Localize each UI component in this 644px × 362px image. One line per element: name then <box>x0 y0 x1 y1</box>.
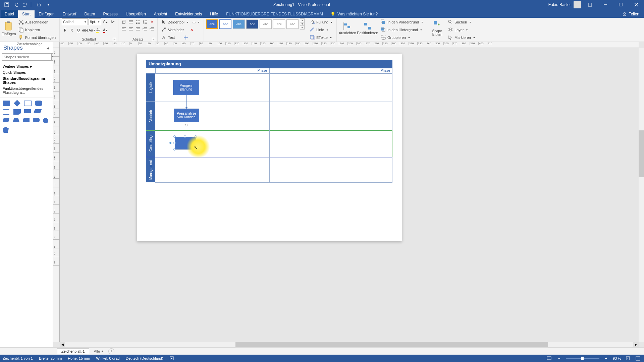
ruler-horizontal[interactable]: -80-70-60-50-40-30-20-100102030405060708… <box>60 42 639 48</box>
undo-icon[interactable] <box>12 1 20 9</box>
user-name[interactable]: Fabio Basler <box>548 2 571 7</box>
cut-button[interactable]: Ausschneiden <box>17 18 57 26</box>
shrink-font-button[interactable]: A▼ <box>109 18 116 25</box>
scrollbar-horizontal[interactable]: ◀ ▶ <box>60 342 639 347</box>
style-gallery-scroll[interactable]: ▲▼▾ <box>300 18 305 29</box>
scroll-h-thumb[interactable] <box>235 342 548 347</box>
tab-insert[interactable]: Einfügen <box>35 10 58 18</box>
presentation-mode-icon[interactable] <box>546 355 552 362</box>
bring-front-button[interactable]: In den Vordergrund▼ <box>379 18 425 26</box>
swimlane-title[interactable]: Umsatzplanung <box>146 60 392 68</box>
zoom-out-button[interactable]: − <box>556 355 562 362</box>
shape-card[interactable] <box>23 118 30 122</box>
lane-header-logistik[interactable]: Logistik <box>146 73 155 102</box>
phase-2-header[interactable]: Phase <box>269 68 392 73</box>
sel-handle-nw[interactable] <box>173 135 176 138</box>
align-center-button[interactable] <box>127 25 134 32</box>
indent-decrease-button[interactable] <box>142 25 148 32</box>
shape-manual-op[interactable] <box>13 118 19 122</box>
lane-body-management[interactable] <box>155 157 392 183</box>
cff-stencil[interactable]: Funktionsübergreifendes Flussdiagra... <box>3 85 50 96</box>
close-button[interactable] <box>630 0 643 9</box>
ribbon-options-icon[interactable] <box>584 0 596 9</box>
select-button[interactable]: Markieren▼ <box>446 34 477 41</box>
connector-tool-button[interactable]: Verbinder✕ <box>160 26 196 34</box>
text-tool-button[interactable]: AText <box>160 34 190 41</box>
status-language[interactable]: Deutsch (Deutschland) <box>126 356 163 360</box>
zoom-slider-thumb[interactable] <box>581 357 584 360</box>
sel-handle-w[interactable] <box>173 142 176 144</box>
shapes-collapse-icon[interactable]: ◀ <box>47 46 49 50</box>
font-dialog-launcher[interactable]: ↘ <box>113 38 116 41</box>
style-3[interactable]: Abc <box>233 19 245 29</box>
tab-view[interactable]: Ansicht <box>150 10 171 18</box>
share-button[interactable]: Teilen <box>618 10 644 18</box>
numbering-button[interactable]: 123 <box>142 18 148 25</box>
user-avatar[interactable] <box>574 1 581 8</box>
close-tool-icon[interactable]: ✕ <box>189 28 194 32</box>
shape-terminator[interactable] <box>35 101 42 106</box>
zoom-slider[interactable] <box>566 358 599 359</box>
strike-button[interactable]: abc <box>82 27 89 34</box>
drawing-page[interactable]: Umsatzplanung Phase Phase Logistik Vertr… <box>137 54 402 241</box>
sel-handle-sw[interactable] <box>173 148 176 150</box>
maximize-button[interactable] <box>614 0 627 9</box>
sel-handle-n[interactable] <box>184 135 186 138</box>
shape-new-selected[interactable] <box>175 137 196 149</box>
lane-header-vertrieb[interactable]: Vertrieb <box>146 102 155 130</box>
shape-decision[interactable] <box>14 100 20 107</box>
tab-process[interactable]: Prozess <box>99 10 121 18</box>
sel-handle-ne[interactable] <box>195 135 197 138</box>
shape-predefined[interactable] <box>3 109 10 115</box>
tab-design[interactable]: Entwurf <box>59 10 80 18</box>
save-icon[interactable] <box>3 1 11 9</box>
font-name-combo[interactable]: Calibri▼ <box>62 18 88 25</box>
grow-font-button[interactable]: A▲ <box>102 18 109 25</box>
lane-header-management[interactable]: Management <box>146 157 155 183</box>
tab-file[interactable]: Datei <box>1 10 18 18</box>
position-button[interactable]: Positionieren <box>358 18 378 39</box>
case-button[interactable]: Aa▼ <box>89 27 95 34</box>
line-button[interactable]: Linie▼ <box>308 26 334 34</box>
autoconnect-arrow-left[interactable]: ◀ <box>169 141 171 144</box>
paste-button[interactable]: Einfügen <box>2 18 15 39</box>
quick-shapes-item[interactable]: Quick-Shapes <box>3 69 50 75</box>
tab-contextual-crossfunctional[interactable]: FUNKTIONSÜBERGREIFENDES FLUSSDIAGRAMM <box>222 10 327 18</box>
underline-button[interactable]: U <box>75 27 82 34</box>
print-icon[interactable] <box>35 1 43 9</box>
scroll-v-thumb[interactable] <box>639 130 644 177</box>
add-sheet-button[interactable]: + <box>108 348 114 354</box>
scroll-right-arrow[interactable]: ▶ <box>633 342 639 347</box>
tab-data[interactable]: Daten <box>80 10 99 18</box>
connector-1[interactable] <box>186 95 186 109</box>
phase-separator[interactable] <box>269 73 270 183</box>
clear-format-button[interactable]: A <box>149 18 155 25</box>
autoconnect-arrow-right[interactable]: ▶ <box>201 141 204 144</box>
style-2[interactable]: Abc <box>219 19 231 29</box>
find-button[interactable]: Suchen▼ <box>446 18 477 26</box>
style-5[interactable]: Abc <box>260 19 272 29</box>
tab-help[interactable]: Hilfe <box>206 10 222 18</box>
format-painter-button[interactable]: Format übertragen <box>17 34 57 41</box>
scrollbar-vertical[interactable] <box>639 48 644 342</box>
phase-1-header[interactable]: Phase <box>155 68 269 73</box>
sheet-tab-1[interactable]: Zeichenblatt-1 <box>57 348 89 354</box>
shape-preisanalyse[interactable]: Preisanalyse von Kunden <box>174 109 199 122</box>
style-6[interactable]: Abc <box>273 19 285 29</box>
align-button[interactable]: Ausrichten <box>339 18 356 39</box>
group-button[interactable]: Gruppieren▼ <box>379 34 425 41</box>
shape-document[interactable] <box>13 109 21 115</box>
layer-button[interactable]: Layer▼ <box>446 26 477 34</box>
bold-button[interactable]: F <box>62 27 68 34</box>
fullscreen-button[interactable] <box>635 355 641 362</box>
copy-button[interactable]: Kopieren <box>17 26 57 34</box>
tab-dev[interactable]: Entwicklertools <box>171 10 206 18</box>
style-4[interactable]: Abc <box>246 19 258 29</box>
shape-search-input[interactable] <box>2 53 52 61</box>
std-flowchart-stencil[interactable]: Standardflussdiagramm-Shapes <box>3 75 50 85</box>
zoom-in-button[interactable]: + <box>603 355 609 362</box>
shape-connector-onpage[interactable] <box>43 118 48 123</box>
para-dialog-launcher[interactable]: ↘ <box>152 38 155 41</box>
shape-data1[interactable] <box>24 109 31 113</box>
tab-start[interactable]: Start <box>18 10 35 18</box>
